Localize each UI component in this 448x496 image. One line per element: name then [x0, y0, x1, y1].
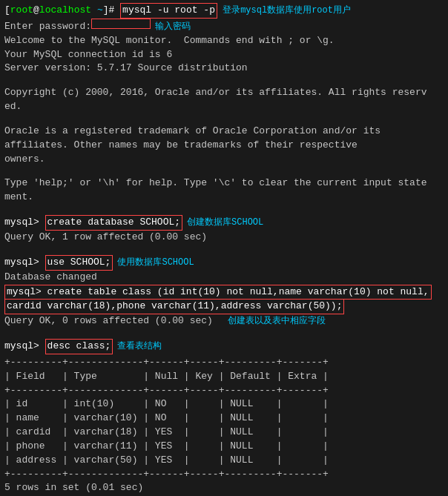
create-db-line: mysql> create database SCHOOL;创建数据库SCHOO…	[4, 215, 444, 231]
blank2	[4, 114, 444, 125]
query-ok-1-line: Query OK, 1 row affected (0.00 sec)	[4, 231, 444, 245]
table-row-cardid: | cardid | varchar(18) | YES | | NULL | …	[4, 426, 444, 440]
cmd-create-table-2: cardid varchar(18),phone varchar(11),add…	[4, 300, 344, 314]
blank1	[4, 76, 444, 86]
welcome-line1: Welcome to the MySQL monitor. Commands e…	[4, 34, 444, 48]
annotation-desc: 查看表结构	[117, 340, 162, 353]
annotation-login: 登录mysql数据库使用root用户	[217, 4, 351, 17]
table-row-phone: | phone | varchar(11) | YES | | NULL | |	[4, 440, 444, 454]
welcome-line3: Server version: 5.7.17 Source distributi…	[4, 62, 444, 76]
welcome-line2: Your MySQL connection id is 6	[4, 48, 444, 62]
annotation-use: 使用数据库SCHOOL	[117, 257, 194, 269]
cmd-desc: desc class;	[45, 339, 113, 354]
cmd-create-db: create database SCHOOL;	[45, 215, 182, 231]
cmd-mysql-login: mysql -u root -p	[120, 3, 217, 19]
blank4	[4, 205, 444, 215]
table-div-top: +---------+-------------+------+-----+--…	[4, 356, 444, 370]
table-row-name: | name | varchar(10) | NO | | NULL | |	[4, 411, 444, 426]
help-line2: ment.	[4, 191, 444, 205]
create-table-line2: cardid varchar(18),phone varchar(11),add…	[4, 300, 444, 314]
oracle-line2: affiliates. Other names may be trademark…	[4, 139, 444, 153]
cmd-use: use SCHOOL;	[45, 255, 113, 271]
annotation-create-db: 创建数据库SCHOOL	[187, 216, 263, 229]
table-row-id: | id | int(10) | NO | | NULL | |	[4, 397, 444, 411]
table-row-address: | address | varchar(50) | YES | | NULL |…	[4, 454, 444, 468]
annotation-password: 输入密码	[155, 21, 191, 33]
oracle-line1: Oracle is a registered trademark of Orac…	[4, 125, 444, 139]
cmd-create-table: mysql> create table class (id int(10) no…	[4, 285, 432, 300]
desc-table: +---------+-------------+------+-----+--…	[4, 356, 444, 482]
table-div-mid: +---------+-------------+------+-----+--…	[4, 384, 444, 398]
annotation-create-table: 创建表以及表中相应字段	[228, 315, 326, 328]
blank3	[4, 166, 444, 176]
rows-in-set-line: 5 rows in set (0.01 sec)	[4, 481, 444, 495]
help-line1: Type 'help;' or '\h' for help. Type '\c'…	[4, 176, 444, 191]
table-div-bottom: +---------+-------------+------+-----+--…	[4, 468, 444, 482]
copyright-line1: Copyright (c) 2000, 2016, Oracle and/or …	[4, 86, 444, 100]
password-line: Enter password: 输入密码	[4, 19, 444, 34]
copyright-line2: ed.	[4, 100, 444, 114]
create-table-line1: mysql> create table class (id int(10) no…	[4, 285, 444, 300]
query-ok-0-line: Query OK, 0 rows affected (0.00 sec) 创建表…	[4, 314, 444, 328]
oracle-line3: owners.	[4, 153, 444, 167]
blank6	[4, 328, 444, 339]
prompt-line: [root@localhost ~]# mysql -u root -p 登录m…	[4, 3, 444, 19]
desc-class-line: mysql> desc class;查看表结构	[4, 339, 444, 354]
blank5	[4, 245, 444, 255]
table-header-row: | Field | Type | Null | Key | Default | …	[4, 370, 444, 384]
use-school-line: mysql> use SCHOOL;使用数据库SCHOOL	[4, 255, 444, 271]
terminal-window: [root@localhost ~]# mysql -u root -p 登录m…	[0, 0, 448, 496]
password-input-box	[91, 19, 151, 29]
db-changed-line: Database changed	[4, 271, 444, 285]
